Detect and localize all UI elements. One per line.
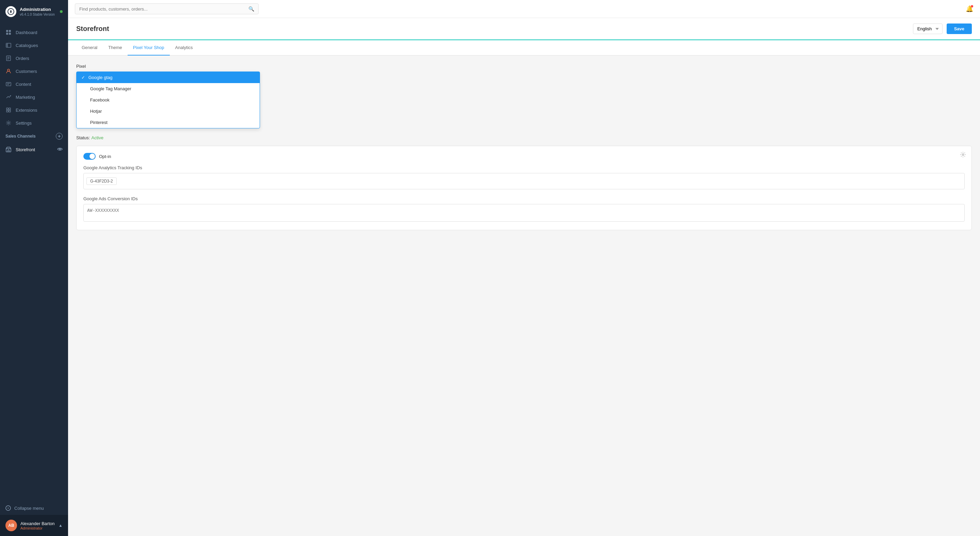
sidebar-item-settings[interactable]: Settings [0, 116, 68, 129]
sales-channels-header: Sales Channels + [0, 129, 68, 143]
status-value: Active [91, 135, 103, 140]
sidebar-item-marketing[interactable]: Marketing [0, 91, 68, 104]
collapse-label: Collapse menu [14, 506, 44, 511]
dropdown-option-google-gtag[interactable]: ✓ Google gtag [76, 72, 259, 83]
status-dot [60, 10, 63, 13]
pixel-dropdown[interactable]: ✓ Google gtag Google Tag Manager Faceboo… [76, 72, 260, 128]
svg-point-13 [8, 69, 10, 71]
pixel-label: Pixel [76, 64, 972, 69]
user-name: Alexander Barton [21, 521, 54, 526]
notification-dot [971, 5, 973, 8]
card-settings-icon[interactable] [960, 152, 966, 159]
sidebar-user[interactable]: AB Alexander Barton Administrator ▲ [0, 515, 68, 536]
svg-rect-1 [6, 30, 8, 32]
svg-rect-4 [9, 33, 11, 35]
ads-conversion-input[interactable] [83, 204, 965, 222]
checkmark-icon: ✓ [81, 75, 85, 80]
svg-point-22 [8, 122, 10, 124]
svg-rect-18 [6, 108, 8, 110]
svg-point-17 [10, 95, 11, 96]
svg-rect-23 [6, 148, 11, 152]
storefront-icon [5, 147, 11, 153]
dashboard-label: Dashboard [16, 30, 37, 35]
add-sales-channel-button[interactable]: + [56, 133, 63, 140]
extensions-icon [5, 107, 11, 113]
content-icon [5, 81, 11, 87]
sidebar: Administration v6.4.1.0 Stable Version D… [0, 0, 68, 536]
tab-analytics[interactable]: Analytics [170, 40, 198, 56]
dropdown-option-facebook[interactable]: Facebook [76, 94, 259, 105]
svg-point-27 [59, 148, 60, 150]
svg-rect-20 [6, 110, 8, 112]
content-label: Content [16, 82, 31, 87]
main-content: 🔍 🔔 Storefront English Save General Them… [68, 0, 980, 536]
search-box[interactable]: 🔍 [75, 3, 259, 14]
opt-in-toggle-row: Opt-in [83, 153, 965, 160]
svg-rect-14 [6, 82, 11, 86]
app-name: Administration [20, 7, 55, 13]
app-version: v6.4.1.0 Stable Version [20, 13, 55, 16]
ads-ids-label: Google Ads Conversion IDs [83, 196, 965, 201]
page-header-actions: English Save [913, 24, 972, 34]
sidebar-item-dashboard[interactable]: Dashboard [0, 26, 68, 39]
tracking-tag[interactable]: G-43F2D3-2 [86, 177, 117, 185]
tabs: General Theme Pixel Your Shop Analytics [68, 40, 980, 56]
tracking-tags-input[interactable]: G-43F2D3-2 [83, 173, 965, 189]
tracking-ids-label: Google Analytics Tracking IDs [83, 165, 965, 170]
status-label: Status: [76, 135, 90, 140]
page-title: Storefront [76, 25, 109, 33]
sidebar-nav: Dashboard Catalogues [0, 23, 68, 501]
customers-icon [5, 68, 11, 74]
page-content: Storefront English Save General Theme Pi… [68, 18, 980, 536]
avatar: AB [5, 520, 17, 531]
sidebar-header: Administration v6.4.1.0 Stable Version [0, 0, 68, 23]
topbar-actions: 🔔 [966, 5, 973, 13]
sidebar-item-customers[interactable]: Customers [0, 65, 68, 78]
sidebar-item-catalogues[interactable]: Catalogues [0, 39, 68, 52]
inner-content: Pixel ✓ Google gtag Google Tag Manager F… [68, 56, 980, 238]
topbar: 🔍 🔔 [68, 0, 980, 18]
app-logo [5, 6, 16, 17]
dropdown-option-pinterest[interactable]: Pinterest [76, 117, 259, 128]
settings-icon [5, 120, 11, 126]
eye-icon[interactable] [57, 147, 63, 152]
search-input[interactable] [79, 6, 246, 11]
page-header: Storefront English Save [68, 18, 980, 40]
svg-rect-3 [6, 33, 8, 35]
save-button[interactable]: Save [947, 24, 972, 34]
notification-bell[interactable]: 🔔 [966, 5, 973, 13]
sidebar-item-extensions[interactable]: Extensions [0, 104, 68, 116]
svg-rect-19 [9, 108, 11, 110]
sidebar-item-content[interactable]: Content [0, 78, 68, 91]
status-row: Status: Active [76, 135, 972, 140]
search-icon: 🔍 [248, 6, 254, 11]
tab-pixel-your-shop[interactable]: Pixel Your Shop [127, 40, 170, 56]
storefront-label: Storefront [16, 147, 35, 152]
sidebar-item-storefront[interactable]: Storefront [0, 143, 68, 156]
opt-in-label: Opt-in [99, 154, 111, 159]
svg-rect-2 [9, 30, 11, 32]
sidebar-item-orders[interactable]: Orders [0, 52, 68, 65]
orders-label: Orders [16, 56, 29, 61]
marketing-icon [5, 94, 11, 100]
dashboard-icon [5, 29, 11, 35]
extensions-label: Extensions [16, 108, 37, 113]
svg-point-29 [962, 154, 964, 156]
customers-label: Customers [16, 69, 37, 74]
svg-rect-5 [6, 43, 11, 47]
dropdown-option-google-tag-manager[interactable]: Google Tag Manager [76, 83, 259, 94]
collapse-menu-button[interactable]: Collapse menu [0, 501, 68, 515]
sales-channels-label: Sales Channels [5, 134, 36, 139]
catalogues-label: Catalogues [16, 43, 38, 48]
opt-in-toggle[interactable] [83, 153, 95, 160]
settings-label: Settings [16, 121, 32, 126]
chevron-up-icon: ▲ [59, 523, 63, 528]
tab-general[interactable]: General [76, 40, 103, 56]
tab-theme[interactable]: Theme [103, 40, 127, 56]
orders-icon [5, 55, 11, 61]
toggle-knob [89, 153, 95, 159]
dropdown-option-hotjar[interactable]: Hotjar [76, 105, 259, 117]
pixel-config-card: Opt-in Google Analytics Tracking IDs G-4… [76, 146, 972, 230]
language-select[interactable]: English [913, 24, 943, 34]
catalogues-icon [5, 42, 11, 48]
